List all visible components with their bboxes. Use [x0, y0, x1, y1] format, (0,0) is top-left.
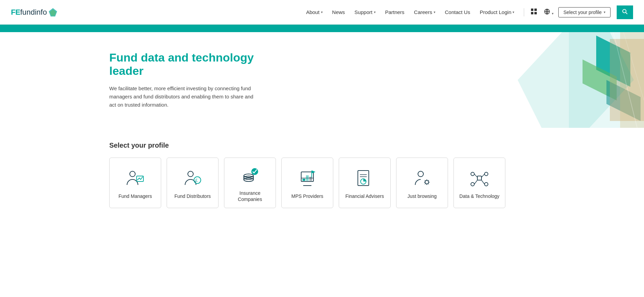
data-technology-icon — [468, 168, 490, 190]
svg-rect-37 — [311, 171, 312, 177]
profile-card-financial-advisers[interactable]: Financial Advisers — [339, 158, 391, 208]
svg-line-59 — [474, 174, 477, 177]
nav-careers-link[interactable]: Careers ▾ — [414, 9, 435, 15]
profile-card-data-technology[interactable]: Data & Technology — [453, 158, 505, 208]
insurance-companies-icon — [239, 165, 261, 187]
svg-point-21 — [130, 171, 135, 177]
nav-about[interactable]: About ▾ — [301, 9, 327, 15]
hero-content: Fund data and technology leader We facil… — [0, 35, 260, 125]
svg-line-50 — [425, 180, 425, 180]
data-technology-label: Data & Technology — [459, 193, 499, 199]
just-browsing-icon — [411, 168, 433, 190]
chevron-down-icon: ▾ — [604, 10, 605, 14]
fund-managers-icon — [124, 168, 146, 190]
svg-point-57 — [471, 172, 474, 176]
navbar: FE fundinfo About ▾ News Support ▾ — [0, 0, 644, 25]
hero-section: Fund data and technology leader We facil… — [0, 32, 644, 128]
nav-careers[interactable]: Careers ▾ — [409, 9, 440, 15]
chevron-down-icon: ▾ — [374, 10, 376, 14]
nav-news[interactable]: News — [327, 9, 350, 15]
just-browsing-label: Just browsing — [407, 193, 437, 199]
grid-icon-button[interactable] — [529, 6, 539, 18]
nav-product-login-link[interactable]: Product Login ▾ — [480, 9, 515, 15]
chevron-down-icon: ▾ — [513, 10, 514, 14]
svg-rect-54 — [477, 176, 481, 180]
svg-point-23 — [188, 171, 193, 177]
svg-rect-5 — [534, 12, 537, 14]
chevron-down-icon: ▾ — [552, 12, 554, 15]
nav-contact-us[interactable]: Contact Us — [440, 9, 475, 15]
nav-icons: ▾ Select your profile ▾ — [522, 5, 633, 19]
profile-section: Select your profile Fund Managers £ Fund… — [0, 128, 644, 222]
svg-rect-4 — [531, 12, 533, 14]
mps-providers-icon — [296, 168, 318, 190]
profile-card-fund-managers[interactable]: Fund Managers — [109, 158, 161, 208]
profile-card-mps-providers[interactable]: MPS Providers — [281, 158, 333, 208]
fund-distributors-label: Fund Distributors — [174, 193, 211, 199]
hero-diamond-svg — [501, 32, 644, 128]
svg-rect-34 — [303, 179, 305, 181]
svg-rect-40 — [358, 171, 369, 186]
teal-banner — [0, 25, 644, 32]
svg-point-56 — [485, 183, 488, 186]
logo-diamond-icon — [48, 8, 58, 17]
profile-card-just-browsing[interactable]: Just browsing — [396, 158, 448, 208]
logo[interactable]: FE fundinfo — [11, 8, 58, 17]
svg-line-61 — [474, 180, 477, 184]
chevron-down-icon: ▾ — [434, 10, 435, 14]
svg-rect-3 — [534, 9, 537, 11]
nav-contact-us-link[interactable]: Contact Us — [445, 9, 470, 15]
logo-fundinfo: fundinfo — [20, 8, 47, 17]
mps-providers-label: MPS Providers — [291, 193, 323, 199]
grid-icon — [531, 9, 537, 15]
profile-card-fund-distributors[interactable]: £ Fund Distributors — [167, 158, 219, 208]
svg-point-55 — [471, 183, 474, 186]
svg-line-52 — [428, 180, 429, 180]
chevron-down-icon: ▾ — [321, 10, 323, 14]
fund-managers-label: Fund Managers — [118, 193, 152, 199]
profile-grid: Fund Managers £ Fund Distributors — [109, 158, 535, 208]
svg-text:£: £ — [195, 178, 198, 183]
nav-support-link[interactable]: Support ▾ — [354, 9, 376, 15]
search-button[interactable] — [617, 5, 633, 19]
select-profile-button[interactable]: Select your profile ▾ — [558, 7, 611, 17]
financial-advisers-label: Financial Advisers — [346, 193, 384, 199]
nav-news-link[interactable]: News — [332, 9, 345, 15]
svg-point-58 — [485, 172, 488, 176]
nav-partners[interactable]: Partners — [380, 9, 409, 15]
svg-line-60 — [481, 174, 485, 177]
svg-rect-35 — [306, 175, 309, 181]
nav-about-link[interactable]: About ▾ — [306, 9, 322, 15]
svg-line-51 — [428, 184, 429, 184]
nav-divider — [524, 8, 524, 16]
fund-distributors-icon: £ — [182, 168, 204, 190]
svg-line-53 — [425, 184, 425, 184]
profile-section-title: Select your profile — [109, 141, 535, 149]
profile-card-insurance-companies[interactable]: Insurance Companies — [224, 158, 276, 208]
svg-point-10 — [623, 9, 626, 13]
financial-advisers-icon — [354, 168, 376, 190]
nav-support[interactable]: Support ▾ — [350, 9, 380, 15]
svg-point-45 — [425, 180, 429, 184]
svg-point-44 — [418, 171, 423, 177]
svg-line-11 — [626, 12, 628, 14]
nav-product-login[interactable]: Product Login ▾ — [475, 9, 519, 15]
svg-line-62 — [481, 180, 485, 184]
globe-icon — [544, 9, 550, 15]
hero-decorative-image — [501, 32, 644, 128]
logo-fe: FE — [11, 8, 20, 17]
insurance-companies-label: Insurance Companies — [228, 190, 271, 202]
hero-description: We facilitate better, more efficient inv… — [109, 84, 260, 109]
search-icon — [622, 9, 628, 14]
nav-links: About ▾ News Support ▾ Partners Careers … — [301, 9, 519, 15]
globe-icon-button[interactable]: ▾ — [542, 6, 555, 18]
nav-partners-link[interactable]: Partners — [385, 9, 405, 15]
hero-title: Fund data and technology leader — [109, 51, 260, 78]
svg-rect-2 — [531, 9, 533, 11]
